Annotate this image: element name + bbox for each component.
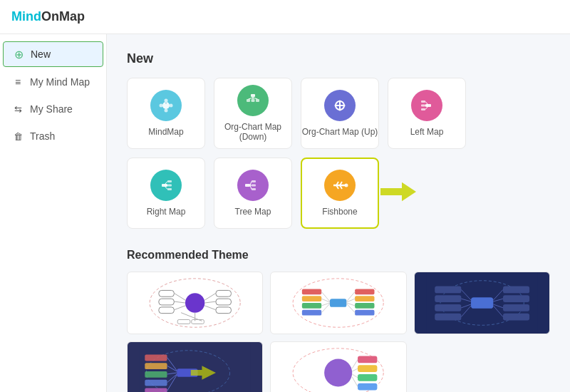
leftmap-label: Left Map xyxy=(410,127,444,137)
sidebar-item-myshare[interactable]: ⇆ My Share xyxy=(0,96,106,123)
logo-on: On xyxy=(41,9,59,24)
svg-rect-95 xyxy=(503,304,529,311)
svg-rect-6 xyxy=(251,94,255,97)
svg-point-3 xyxy=(165,109,168,113)
svg-rect-36 xyxy=(252,185,256,187)
svg-rect-124 xyxy=(358,374,377,381)
svg-rect-30 xyxy=(167,188,172,190)
svg-rect-29 xyxy=(167,185,172,187)
mindmap-label: MindMap xyxy=(148,127,183,137)
svg-rect-34 xyxy=(245,184,250,187)
sidebar-item-new[interactable]: ⊕ New xyxy=(3,41,103,67)
svg-rect-28 xyxy=(167,180,172,182)
map-card-rightmap[interactable]: Right Map xyxy=(127,158,205,229)
svg-rect-122 xyxy=(358,356,377,363)
recommended-section-title: Recommended Theme xyxy=(127,249,550,262)
svg-point-121 xyxy=(324,359,352,386)
sidebar-item-myshare-label: My Share xyxy=(30,103,73,115)
map-cards-container: MindMap Org-Chart Map (Down) xyxy=(127,78,550,229)
orgup-label: Org-Chart Map (Up) xyxy=(302,127,378,137)
svg-rect-21 xyxy=(421,100,425,103)
orgup-icon xyxy=(324,90,356,121)
sidebar-item-trash-label: Trash xyxy=(30,130,55,142)
map-card-leftmap[interactable]: Left Map xyxy=(388,78,466,149)
svg-rect-22 xyxy=(421,105,425,107)
svg-rect-125 xyxy=(358,383,377,391)
svg-rect-23 xyxy=(421,108,425,110)
svg-line-11 xyxy=(249,98,254,99)
orgdown-label: Org-Chart Map (Down) xyxy=(214,122,291,142)
theme-card-1[interactable] xyxy=(127,272,263,334)
svg-point-18 xyxy=(335,105,337,107)
svg-rect-73 xyxy=(302,310,321,316)
svg-line-12 xyxy=(253,98,258,99)
mymindmap-icon: ≡ xyxy=(11,76,24,88)
sidebar: ⊕ New ≡ My Mind Map ⇆ My Share 🗑 Trash xyxy=(0,34,107,392)
logo: MindOnMap xyxy=(11,9,85,24)
svg-point-17 xyxy=(339,109,341,111)
svg-rect-77 xyxy=(355,310,374,316)
svg-line-40 xyxy=(250,185,252,190)
svg-rect-88 xyxy=(471,297,493,309)
treemap-label: Tree Map xyxy=(235,207,271,217)
theme-cards-container xyxy=(127,272,550,392)
svg-point-16 xyxy=(339,100,341,103)
theme-card-4[interactable] xyxy=(127,341,263,392)
svg-rect-111 xyxy=(145,371,167,378)
svg-rect-69 xyxy=(330,299,346,307)
rightmap-icon xyxy=(150,170,182,201)
logo-mind: Mind xyxy=(11,9,41,24)
svg-point-50 xyxy=(185,293,204,312)
fishbone-arrow xyxy=(380,180,416,207)
svg-rect-89 xyxy=(435,287,461,294)
leftmap-icon xyxy=(411,90,442,121)
svg-rect-109 xyxy=(145,355,167,361)
svg-line-38 xyxy=(250,182,252,186)
header: MindOnMap xyxy=(0,0,570,34)
svg-rect-9 xyxy=(256,99,259,102)
orgdown-icon xyxy=(237,85,269,116)
fishbone-icon xyxy=(324,170,356,201)
svg-rect-35 xyxy=(252,180,256,182)
new-section-title: New xyxy=(127,51,550,66)
map-card-orgup[interactable]: Org-Chart Map (Up) xyxy=(301,78,379,149)
treemap-icon xyxy=(237,170,269,201)
sidebar-item-mymindmap[interactable]: ≡ My Mind Map xyxy=(0,68,106,96)
logo-map: Map xyxy=(59,9,85,24)
svg-rect-37 xyxy=(252,188,256,190)
svg-point-46 xyxy=(345,184,348,187)
theme-card-2[interactable] xyxy=(270,272,406,334)
svg-rect-113 xyxy=(145,388,167,393)
svg-point-4 xyxy=(160,104,163,108)
sidebar-item-new-label: New xyxy=(31,48,51,60)
theme-card-3[interactable] xyxy=(414,272,550,334)
svg-rect-96 xyxy=(503,314,529,321)
mindmap-icon xyxy=(150,90,182,121)
svg-point-19 xyxy=(343,105,346,107)
map-card-mindmap[interactable]: MindMap xyxy=(127,78,205,149)
map-card-fishbone[interactable]: Fishbone xyxy=(301,158,379,229)
content-area: New MindMap xyxy=(107,34,570,392)
svg-rect-110 xyxy=(145,363,167,369)
rightmap-label: Right Map xyxy=(147,207,186,217)
map-card-orgdown[interactable]: Org-Chart Map (Down) xyxy=(214,78,292,149)
svg-rect-91 xyxy=(435,304,461,311)
fishbone-label: Fishbone xyxy=(322,207,357,217)
map-card-treemap[interactable]: Tree Map xyxy=(214,158,292,229)
main-layout: ⊕ New ≡ My Mind Map ⇆ My Share 🗑 Trash N… xyxy=(0,34,570,392)
svg-point-1 xyxy=(165,99,168,103)
svg-rect-93 xyxy=(503,287,529,294)
svg-rect-94 xyxy=(503,295,529,302)
svg-rect-71 xyxy=(302,296,321,301)
svg-rect-92 xyxy=(435,314,461,321)
svg-rect-70 xyxy=(302,289,321,294)
svg-rect-123 xyxy=(358,365,377,372)
svg-point-2 xyxy=(170,104,173,108)
sidebar-item-mymindmap-label: My Mind Map xyxy=(30,76,90,88)
svg-rect-8 xyxy=(252,99,255,102)
svg-rect-74 xyxy=(355,289,374,294)
theme-card-5[interactable] xyxy=(270,341,406,392)
svg-rect-75 xyxy=(355,296,374,301)
svg-rect-76 xyxy=(355,303,374,309)
sidebar-item-trash[interactable]: 🗑 Trash xyxy=(0,123,106,150)
